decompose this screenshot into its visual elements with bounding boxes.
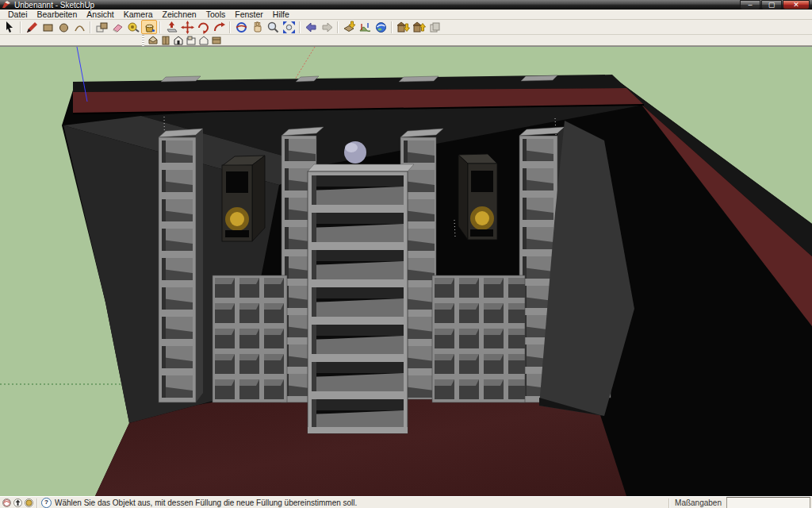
speaker-left-port bbox=[226, 171, 248, 193]
scene-3d[interactable] bbox=[0, 47, 812, 496]
view-back[interactable] bbox=[197, 36, 210, 45]
tool-zoom[interactable] bbox=[265, 20, 281, 34]
toolbar-getting-started bbox=[0, 20, 812, 35]
statusbar-divider bbox=[668, 498, 670, 508]
measurements-label: Maßangaben bbox=[675, 498, 722, 507]
menu-hilfe[interactable]: Hilfe bbox=[268, 10, 294, 19]
toolbar-separator bbox=[299, 21, 301, 33]
view-left[interactable] bbox=[210, 36, 223, 45]
sphere[interactable] bbox=[344, 141, 366, 164]
cubby-grid-left[interactable] bbox=[213, 275, 287, 402]
tool-push-pull[interactable] bbox=[163, 20, 179, 34]
statusbar-separator bbox=[36, 498, 38, 508]
minimize-button[interactable]: – bbox=[740, 0, 760, 10]
speaker-right-driver-cone bbox=[475, 211, 489, 225]
speaker-right-port bbox=[471, 171, 493, 192]
speaker-left-driver-cone bbox=[230, 212, 244, 226]
cubby-grid-right[interactable] bbox=[432, 275, 525, 402]
statusbar: ? Wählen Sie das Objekt aus, mit dessen … bbox=[0, 496, 812, 508]
tool-toggle-terrain[interactable] bbox=[357, 20, 373, 34]
speaker-left[interactable] bbox=[222, 156, 265, 241]
sign-in-icon[interactable] bbox=[25, 498, 33, 507]
tool-paint-bucket[interactable] bbox=[141, 20, 157, 34]
tool-rectangle[interactable] bbox=[40, 20, 56, 34]
viewport-canvas[interactable] bbox=[0, 46, 812, 496]
shelf-tower-left[interactable] bbox=[159, 129, 203, 402]
tool-circle[interactable] bbox=[56, 20, 71, 34]
geolocation-icon[interactable] bbox=[2, 498, 11, 507]
measurements-input[interactable] bbox=[726, 497, 810, 508]
tool-next[interactable] bbox=[319, 20, 335, 34]
toolbar-separator bbox=[391, 21, 393, 33]
status-hint: Wählen Sie das Objekt aus, mit dessen Fü… bbox=[55, 498, 668, 507]
tool-select[interactable] bbox=[2, 20, 17, 34]
toolbar-separator bbox=[20, 21, 21, 33]
tool-make-component[interactable] bbox=[94, 20, 109, 34]
tool-zoom-extents[interactable] bbox=[281, 20, 297, 34]
tool-arc[interactable] bbox=[71, 20, 87, 34]
menu-datei[interactable]: Datei bbox=[3, 10, 33, 19]
view-iso[interactable] bbox=[147, 36, 159, 45]
tool-google-earth[interactable] bbox=[373, 20, 389, 34]
window-title: Unbenannt - SketchUp bbox=[14, 1, 740, 10]
toolbar-separator bbox=[159, 21, 161, 33]
toolbar-views bbox=[0, 35, 812, 46]
menu-tools[interactable]: Tools bbox=[201, 10, 231, 19]
tool-pan[interactable] bbox=[249, 20, 265, 34]
tool-previous[interactable] bbox=[303, 20, 319, 34]
tool-line[interactable] bbox=[24, 20, 40, 34]
view-front[interactable] bbox=[172, 36, 185, 45]
menu-bearbeiten[interactable]: Bearbeiten bbox=[33, 10, 82, 19]
menu-ansicht[interactable]: Ansicht bbox=[82, 10, 118, 19]
menu-kamera[interactable]: Kamera bbox=[119, 10, 158, 19]
tool-eraser[interactable] bbox=[109, 20, 125, 34]
close-button[interactable]: ✕ bbox=[783, 0, 810, 10]
tool-rotate[interactable] bbox=[195, 20, 211, 34]
titlebar[interactable]: Unbenannt - SketchUp – ▢ ✕ bbox=[0, 0, 812, 10]
tool-share-models[interactable] bbox=[411, 20, 427, 34]
toolbar-separator bbox=[229, 21, 231, 33]
attribution-icon[interactable] bbox=[13, 498, 22, 507]
bookshelf-center[interactable] bbox=[308, 164, 414, 433]
toolbar-grip[interactable] bbox=[142, 35, 144, 46]
help-icon: ? bbox=[41, 498, 52, 508]
menu-zeichnen[interactable]: Zeichnen bbox=[158, 10, 201, 19]
tool-move[interactable] bbox=[179, 20, 195, 34]
sketchup-logo-icon bbox=[2, 1, 11, 9]
tool-offset[interactable] bbox=[211, 20, 227, 34]
menu-fenster[interactable]: Fenster bbox=[230, 10, 268, 19]
tool-orbit[interactable] bbox=[233, 20, 249, 34]
tool-tape-measure[interactable] bbox=[125, 20, 141, 34]
toolbar-separator bbox=[90, 21, 91, 33]
maximize-button[interactable]: ▢ bbox=[761, 0, 782, 10]
tool-add-location[interactable] bbox=[341, 20, 357, 34]
view-right[interactable] bbox=[185, 36, 197, 45]
sketchup-window: Unbenannt - SketchUp – ▢ ✕ Datei Bearbei… bbox=[0, 0, 812, 508]
toolbar-separator bbox=[337, 21, 339, 33]
tool-get-models[interactable] bbox=[395, 20, 411, 34]
menubar: Datei Bearbeiten Ansicht Kamera Zeichnen… bbox=[0, 10, 812, 20]
tool-send-to-layout[interactable] bbox=[427, 20, 442, 34]
speaker-right[interactable] bbox=[458, 154, 497, 240]
view-top[interactable] bbox=[159, 36, 172, 45]
